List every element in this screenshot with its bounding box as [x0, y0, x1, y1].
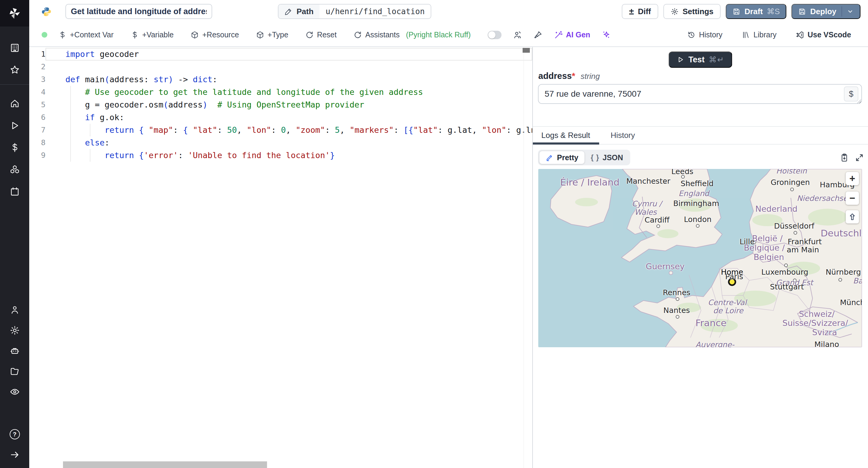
history-button[interactable]: History: [687, 30, 722, 39]
cubes-icon: [10, 164, 20, 175]
ai-sparkles-button[interactable]: [601, 30, 611, 39]
wand-icon: [554, 30, 563, 39]
test-button[interactable]: Test ⌘↵: [669, 52, 732, 68]
code-line[interactable]: 3def main(address: str) -> dict:: [29, 73, 532, 86]
sparkles-icon: [601, 30, 611, 39]
library-button[interactable]: Library: [742, 30, 776, 39]
add-context-var-button[interactable]: +Context Var: [58, 30, 114, 39]
settings-button[interactable]: Settings: [663, 4, 721, 19]
sidebar-item-user[interactable]: [0, 300, 29, 320]
sidebar-expand-button[interactable]: [0, 444, 29, 465]
play-icon: [10, 121, 20, 131]
eye-icon: [10, 387, 20, 397]
windmill-logo-icon: [8, 6, 22, 20]
code-line[interactable]: 1import geocoder: [29, 48, 532, 61]
expand-icon[interactable]: [855, 153, 864, 162]
code-line[interactable]: 4# Use geocoder to get the latitude and …: [29, 86, 532, 98]
line-number: 8: [29, 136, 45, 149]
reset-button[interactable]: Reset: [305, 30, 337, 39]
view-pretty-button[interactable]: Pretty: [539, 151, 585, 164]
format-code-button[interactable]: [533, 30, 542, 39]
sidebar-item-variables[interactable]: [0, 136, 29, 158]
building-icon: [10, 43, 20, 53]
view-json-button[interactable]: { } JSON: [585, 151, 629, 164]
windmill-logo[interactable]: [0, 0, 29, 27]
save-icon: [733, 7, 741, 16]
active-tab-underline: [533, 142, 599, 144]
sidebar: ?: [0, 0, 29, 468]
arg-type-label: string: [581, 72, 600, 81]
brush-icon: [533, 30, 542, 39]
copy-clipboard-icon[interactable]: [840, 153, 849, 162]
map-zoom-out-button[interactable]: −: [846, 192, 859, 205]
code-editor[interactable]: 1import geocoder23def main(address: str)…: [29, 47, 532, 468]
line-number: 9: [29, 149, 45, 162]
sidebar-item-schedules[interactable]: [0, 180, 29, 202]
plus-minus-icon: ±: [629, 7, 634, 16]
dollar-icon: [10, 142, 20, 153]
sidebar-item-workspace[interactable]: [0, 37, 29, 59]
result-map[interactable]: LeedsHolsteinÉire / IrelandManchesterShe…: [538, 169, 862, 347]
line-number: 4: [29, 86, 45, 98]
sidebar-item-audit[interactable]: [0, 381, 29, 402]
sidebar-item-home[interactable]: [0, 93, 29, 114]
path-label: Path: [297, 7, 313, 16]
tab-logs-result[interactable]: Logs & Result: [541, 131, 590, 140]
sidebar-item-settings[interactable]: [0, 320, 29, 341]
map-recenter-button[interactable]: [846, 210, 859, 224]
home-icon: [10, 98, 20, 109]
play-icon: [676, 56, 684, 64]
sidebar-item-folders[interactable]: [0, 361, 29, 381]
script-title-input[interactable]: [65, 4, 212, 19]
gear-icon: [671, 7, 679, 16]
multiplayer-users-button[interactable]: [513, 30, 522, 39]
code-line[interactable]: 8else:: [29, 136, 532, 149]
pencil-icon: [284, 7, 292, 15]
topbar: Path u/henri/find_location ± Diff Settin…: [29, 0, 868, 23]
path-value: u/henri/find_location: [319, 7, 431, 16]
deploy-dropdown[interactable]: [841, 6, 854, 16]
assistants-button[interactable]: Assistants (Pyright Black Ruff): [353, 30, 471, 39]
sidebar-item-help[interactable]: ?: [0, 424, 29, 444]
multiplayer-toggle[interactable]: [488, 31, 501, 39]
run-panel: Test ⌘↵ address* string $ Logs & Result …: [532, 47, 868, 468]
home-marker[interactable]: [729, 278, 735, 285]
path-button[interactable]: Path u/henri/find_location: [278, 4, 431, 19]
line-number: 5: [29, 98, 45, 111]
editor-horizontal-scrollbar[interactable]: [63, 461, 267, 468]
highlighter-icon: [546, 154, 554, 162]
user-icon: [10, 305, 20, 315]
package-icon: [190, 31, 199, 39]
code-line[interactable]: 5g = geocoder.osm(address) # Using OpenS…: [29, 98, 532, 111]
arg-name-label: address*: [538, 71, 575, 81]
line-number: 7: [29, 124, 45, 136]
sidebar-item-favorites[interactable]: [0, 59, 29, 81]
dollar-icon: [130, 31, 139, 39]
save-icon: [798, 7, 806, 16]
deploy-button[interactable]: Deploy: [792, 4, 861, 19]
gear-icon: [10, 325, 20, 335]
address-input[interactable]: [538, 84, 862, 104]
sidebar-item-resources[interactable]: [0, 158, 29, 180]
use-vscode-button[interactable]: Use VScode: [796, 30, 851, 39]
insert-variable-button[interactable]: $: [844, 87, 858, 101]
editor-toolbar: +Context Var +Variable +Resource +Type: [29, 23, 868, 47]
editor-vertical-scrollbar[interactable]: [523, 48, 530, 53]
code-line[interactable]: 7return { "map": { "lat": 50, "lon": 0, …: [29, 124, 532, 136]
result-tabs: Logs & Result History: [533, 126, 868, 144]
diff-button[interactable]: ± Diff: [622, 4, 658, 19]
sidebar-item-runs[interactable]: [0, 114, 29, 136]
history-clock-icon: [687, 31, 695, 39]
map-zoom-in-button[interactable]: +: [846, 172, 859, 185]
people-icon: [513, 30, 522, 39]
add-type-button[interactable]: +Type: [256, 30, 288, 39]
add-variable-button[interactable]: +Variable: [130, 30, 174, 39]
code-line[interactable]: 9return {'error': 'Unable to find the lo…: [29, 149, 532, 162]
code-line[interactable]: 2: [29, 61, 532, 73]
ai-gen-button[interactable]: AI Gen: [554, 30, 590, 39]
tab-history[interactable]: History: [611, 131, 635, 140]
code-line[interactable]: 6if g.ok:: [29, 111, 532, 124]
add-resource-button[interactable]: +Resource: [190, 30, 239, 39]
draft-button[interactable]: Draft ⌘S: [726, 4, 786, 19]
sidebar-item-workers[interactable]: [0, 341, 29, 361]
